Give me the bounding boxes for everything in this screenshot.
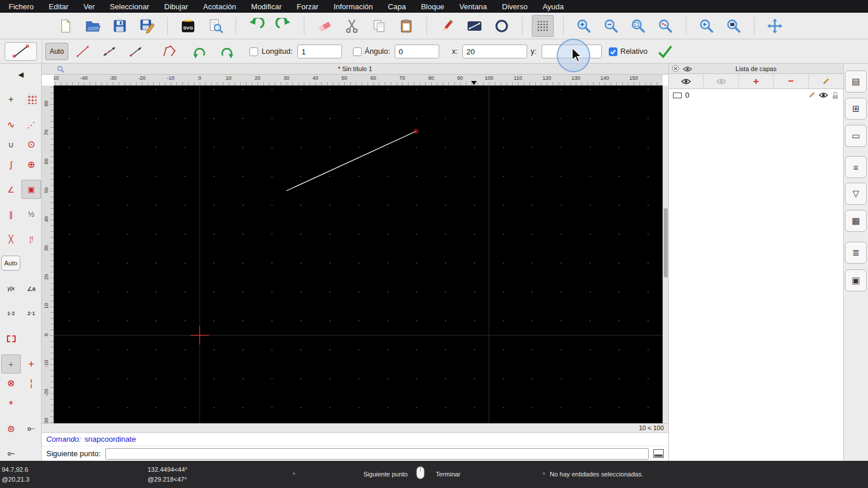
zoom-window-button[interactable]: [723, 15, 745, 37]
paste-button[interactable]: [395, 15, 417, 37]
snap-middle-button[interactable]: ▣: [21, 180, 41, 199]
confirm-button[interactable]: [655, 42, 675, 61]
dock-filter-button[interactable]: ▽: [845, 183, 867, 205]
dock-insert-button[interactable]: ▦: [845, 210, 867, 232]
svg-export-button[interactable]: SVG: [177, 15, 199, 37]
snap-auto-button[interactable]: Auto: [45, 43, 68, 60]
menu-item-acotacion[interactable]: Acotación: [196, 2, 244, 11]
zoom-in-button[interactable]: [573, 15, 595, 37]
relativo-checkbox[interactable]: [609, 47, 617, 56]
dock-layer-list-button[interactable]: ▤: [845, 71, 867, 93]
print-preview-button[interactable]: [204, 15, 226, 37]
command-input[interactable]: [105, 448, 649, 460]
snap-reference-button[interactable]: ⊕: [21, 155, 41, 174]
menu-item-bloque[interactable]: Bloque: [413, 2, 451, 11]
snap-auto-left-button[interactable]: Auto: [1, 256, 20, 271]
snap-endpoint-button[interactable]: ∿: [1, 115, 21, 134]
vertical-scrollbar[interactable]: [663, 86, 668, 423]
lock-relative-zero-button[interactable]: 2·1: [21, 304, 41, 323]
remove-layer-button[interactable]: −: [774, 74, 808, 88]
hide-all-layers-button[interactable]: [704, 74, 738, 88]
redo-button[interactable]: [273, 15, 295, 37]
copy-button[interactable]: [368, 15, 390, 37]
polyline-button[interactable]: [159, 42, 180, 61]
angulo-input[interactable]: [395, 45, 439, 58]
snap-free-button[interactable]: +: [1, 90, 21, 109]
exclude-snap-button[interactable]: ⊗: [1, 374, 21, 393]
undo-sequence-button[interactable]: [189, 42, 210, 61]
layer-lock-icon[interactable]: [832, 91, 839, 99]
snap-point-button[interactable]: ⊚: [1, 419, 21, 438]
save-as-button[interactable]: [136, 15, 158, 37]
back-arrow-button[interactable]: ◀: [0, 71, 42, 79]
snap-intersection-button[interactable]: ╳: [1, 230, 21, 249]
dock-clipboard-button[interactable]: ▣: [845, 269, 867, 291]
longitud-input[interactable]: [297, 45, 342, 58]
open-folder-button[interactable]: [82, 15, 104, 37]
menu-item-ayuda[interactable]: Ayuda: [535, 2, 572, 11]
current-tool-line-button[interactable]: [5, 42, 37, 61]
line-attributes-button[interactable]: [464, 15, 486, 37]
zoom-pan-button[interactable]: [764, 15, 786, 37]
x-input[interactable]: [462, 45, 527, 58]
scrollbar-thumb[interactable]: [664, 208, 668, 278]
menu-item-fichero[interactable]: Fichero: [1, 2, 41, 11]
command-detach-icon[interactable]: [653, 449, 664, 458]
snap-distance-button[interactable]: ∠: [1, 180, 21, 199]
pen-attributes-button[interactable]: [436, 15, 458, 37]
snap-spline-button[interactable]: ∫: [1, 155, 21, 174]
layer-edit-icon[interactable]: [808, 91, 815, 99]
eraser-button[interactable]: [314, 15, 336, 37]
line-two-arrows-button[interactable]: [99, 42, 120, 61]
snap-on-entity-button[interactable]: ⋰: [21, 115, 41, 134]
key-horizontal-button[interactable]: o─: [21, 419, 41, 438]
line-segment-button[interactable]: [72, 42, 93, 61]
zoom-auto-button[interactable]: [627, 15, 649, 37]
menu-item-ventana[interactable]: Ventana: [452, 2, 495, 11]
angle-rays-button[interactable]: *: [1, 395, 21, 414]
layer-row[interactable]: 0: [669, 89, 843, 101]
free-position-button[interactable]: +: [1, 354, 21, 374]
snap-grid-button[interactable]: [21, 90, 41, 109]
new-document-button[interactable]: [54, 15, 76, 37]
grid-toggle-button[interactable]: [532, 15, 554, 37]
menu-item-diverso[interactable]: Diverso: [495, 2, 535, 11]
restrict-orthogonal-button[interactable]: y|x: [1, 279, 21, 298]
dock-block-list-button[interactable]: ⊞: [845, 98, 867, 120]
add-layer-button[interactable]: +: [739, 74, 774, 88]
crosshair-position-button[interactable]: +: [21, 354, 41, 374]
line-arrow-button[interactable]: [126, 42, 146, 61]
close-icon[interactable]: [672, 65, 679, 72]
menu-item-capa[interactable]: Capa: [380, 2, 413, 11]
redo-sequence-button[interactable]: [216, 42, 237, 61]
edit-layer-button[interactable]: [809, 74, 843, 88]
snap-intersection-manual-button[interactable]: ¦!: [21, 230, 41, 249]
angulo-checkbox[interactable]: [353, 47, 362, 56]
layer-visible-icon[interactable]: [819, 92, 828, 98]
menu-item-editar[interactable]: Editar: [41, 2, 76, 11]
menu-item-dibujar[interactable]: Dibujar: [157, 2, 196, 11]
dock-library-button[interactable]: ▭: [845, 125, 867, 147]
menu-item-ver[interactable]: Ver: [76, 2, 102, 11]
snap-divide-button[interactable]: ½: [21, 205, 41, 224]
drawing-canvas[interactable]: [54, 86, 663, 423]
snap-center-button[interactable]: ⊙: [21, 135, 41, 154]
dock-entity-list-button[interactable]: ≡: [845, 156, 867, 178]
menu-item-seleccionar[interactable]: Seleccionar: [102, 2, 157, 11]
snap-tangent-button[interactable]: ∪: [1, 135, 21, 154]
restrict-angle-button[interactable]: ∠a: [21, 279, 41, 298]
dock-command-history-button[interactable]: ≣: [845, 242, 867, 264]
save-button[interactable]: [109, 15, 131, 37]
restrict-nothing-button[interactable]: [1, 329, 21, 348]
show-all-layers-button[interactable]: [669, 74, 704, 88]
zoom-out-button[interactable]: [600, 15, 622, 37]
snap-parallel-button[interactable]: ∥: [1, 205, 21, 224]
menu-item-modificar[interactable]: Modificar: [244, 2, 289, 11]
undo-button[interactable]: [245, 15, 267, 37]
menu-item-informacion[interactable]: Información: [326, 2, 380, 11]
menu-item-forzar[interactable]: Forzar: [289, 2, 326, 11]
circle-attributes-button[interactable]: [491, 15, 513, 37]
relative-zero-button[interactable]: 1·2: [1, 304, 21, 323]
vertical-guide-button[interactable]: ¦: [21, 374, 41, 393]
zoom-redraw-button[interactable]: [696, 15, 718, 37]
